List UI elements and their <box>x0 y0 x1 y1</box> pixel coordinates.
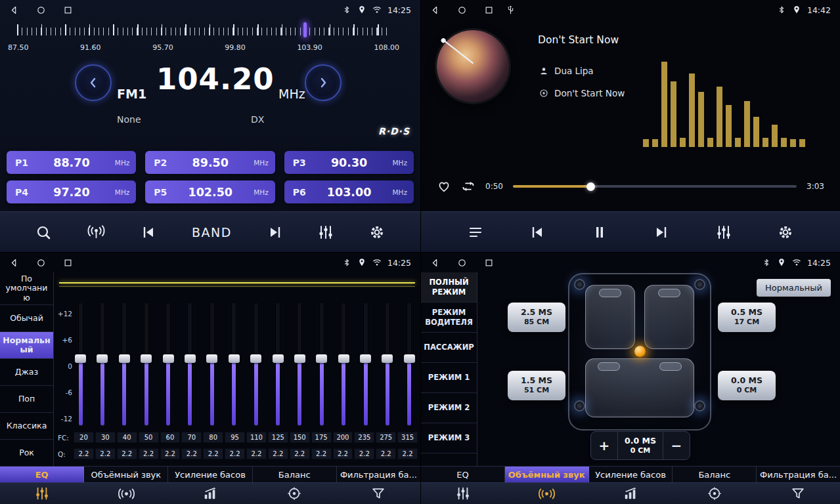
audio-tab[interactable]: Объёмный звук <box>84 467 168 482</box>
balance-tab-button[interactable] <box>673 483 757 504</box>
balance-tab-button[interactable] <box>252 483 336 504</box>
speaker-front-right-icon[interactable] <box>694 279 705 290</box>
eq-band-slider[interactable] <box>338 303 349 427</box>
audio-tab[interactable]: Усиление басов <box>168 467 252 482</box>
eq-band-slider[interactable] <box>360 303 371 427</box>
eq-band-slider[interactable] <box>119 303 130 427</box>
slider-handle[interactable] <box>273 354 284 363</box>
slider-handle[interactable] <box>316 354 327 363</box>
nav-home-button[interactable] <box>36 258 46 268</box>
slider-handle[interactable] <box>250 354 261 363</box>
radio-preset-button[interactable]: P4 97.20 MHz <box>7 180 136 203</box>
equalizer-tab-button[interactable] <box>0 483 84 504</box>
listening-mode-item[interactable]: РЕЖИМ 1 <box>421 363 477 393</box>
next-track-button[interactable] <box>653 224 669 240</box>
eq-band-slider[interactable] <box>273 303 284 427</box>
previous-track-button[interactable] <box>529 224 545 240</box>
pause-button[interactable] <box>592 224 608 240</box>
eq-band-slider[interactable] <box>404 303 415 427</box>
nav-recents-button[interactable] <box>63 5 73 15</box>
radio-preset-button[interactable]: P5 102.50 MHz <box>145 180 275 203</box>
slider-handle[interactable] <box>382 354 393 363</box>
eq-band-slider[interactable] <box>382 303 393 427</box>
eq-band-slider[interactable] <box>316 303 327 427</box>
audio-tab[interactable]: Фильтрация ба... <box>337 467 420 482</box>
listening-mode-item[interactable]: ПОЛНЫЙ РЕЖИМ <box>421 272 477 303</box>
equalizer-button[interactable] <box>716 224 732 240</box>
surround-tab-button[interactable] <box>505 483 589 504</box>
delay-front-right-button[interactable]: 0.5 MS 17 CM <box>718 303 776 332</box>
speaker-rear-right-icon[interactable] <box>694 400 705 411</box>
nav-back-button[interactable] <box>430 5 440 15</box>
bass-boost-tab-button[interactable] <box>168 483 252 504</box>
eq-band-slider[interactable] <box>250 303 261 427</box>
speaker-rear-left-icon[interactable] <box>574 400 585 411</box>
nav-home-button[interactable] <box>457 258 467 268</box>
eq-band-slider[interactable] <box>294 303 305 427</box>
slider-handle[interactable] <box>338 354 349 363</box>
progress-thumb[interactable] <box>586 182 595 191</box>
eq-preset-item[interactable]: Нормальный <box>0 332 53 359</box>
audio-tab[interactable]: Баланс <box>253 467 337 482</box>
seek-down-button[interactable] <box>75 64 112 101</box>
slider-handle[interactable] <box>206 354 217 363</box>
band-button[interactable]: BAND <box>192 225 232 240</box>
nav-home-button[interactable] <box>36 5 46 15</box>
previous-station-button[interactable] <box>141 224 156 240</box>
slider-handle[interactable] <box>75 354 86 363</box>
radio-preset-button[interactable]: P2 89.50 MHz <box>145 151 275 174</box>
broadcast-button[interactable] <box>87 224 106 240</box>
eq-preset-item[interactable]: Классика <box>0 413 53 440</box>
repeat-button[interactable] <box>461 179 475 194</box>
eq-band-slider[interactable] <box>97 303 108 427</box>
radio-preset-button[interactable]: P1 88.70 MHz <box>7 151 136 174</box>
listening-mode-item[interactable]: РЕЖИМ 3 <box>421 423 477 453</box>
listening-mode-item[interactable]: РЕЖИМ 2 <box>421 393 477 423</box>
eq-band-slider[interactable] <box>163 303 174 427</box>
eq-band-slider[interactable] <box>141 303 152 427</box>
nav-recents-button[interactable] <box>63 258 73 268</box>
slider-handle[interactable] <box>229 354 240 363</box>
audio-tab[interactable]: EQ <box>421 467 505 482</box>
nav-recents-button[interactable] <box>484 258 494 268</box>
increase-delay-button[interactable]: + <box>591 438 617 453</box>
audio-tab[interactable]: EQ <box>0 467 84 482</box>
surround-tab-button[interactable] <box>84 483 168 504</box>
listening-mode-item[interactable]: ПАССАЖИР <box>421 333 477 363</box>
radio-preset-button[interactable]: P3 90.30 MHz <box>284 151 414 174</box>
eq-preset-item[interactable]: Рок <box>0 440 53 466</box>
delay-rear-left-button[interactable]: 1.5 MS 51 CM <box>508 371 565 400</box>
slider-handle[interactable] <box>141 354 152 363</box>
eq-band-slider[interactable] <box>185 303 196 427</box>
delay-rear-right-button[interactable]: 0.0 MS 0 CM <box>718 371 776 400</box>
nav-back-button[interactable] <box>9 258 19 268</box>
slider-handle[interactable] <box>119 354 130 363</box>
listening-mode-item[interactable]: РЕЖИМ ВОДИТЕЛЯ <box>421 303 477 333</box>
slider-handle[interactable] <box>294 354 305 363</box>
audio-tab[interactable]: Усиление басов <box>589 467 673 482</box>
settings-button[interactable] <box>778 224 793 240</box>
seek-up-button[interactable] <box>305 64 342 101</box>
eq-band-slider[interactable] <box>229 303 240 427</box>
equalizer-tab-button[interactable] <box>421 483 505 504</box>
equalizer-button[interactable] <box>318 224 334 240</box>
eq-preset-item[interactable]: Поп <box>0 386 53 413</box>
slider-handle[interactable] <box>404 354 415 363</box>
listening-position-marker[interactable] <box>634 346 646 357</box>
frequency-ruler[interactable]: 87.5091.6095.7099.80103.90108.00 <box>8 22 412 60</box>
bass-boost-tab-button[interactable] <box>588 483 673 504</box>
audio-tab[interactable]: Фильтрация ба... <box>757 467 840 482</box>
eq-preset-item[interactable]: По умолчанию <box>0 272 53 305</box>
slider-handle[interactable] <box>185 354 196 363</box>
settings-button[interactable] <box>369 224 385 240</box>
eq-preset-item[interactable]: Джаз <box>0 359 53 386</box>
decrease-delay-button[interactable]: − <box>663 438 690 453</box>
eq-band-slider[interactable] <box>206 303 217 427</box>
nav-home-button[interactable] <box>457 5 467 15</box>
eq-band-slider[interactable] <box>75 303 86 427</box>
filter-tab-button[interactable] <box>336 483 420 504</box>
playlist-button[interactable] <box>468 224 483 240</box>
filter-tab-button[interactable] <box>756 483 840 504</box>
nav-recents-button[interactable] <box>484 5 494 15</box>
favorite-button[interactable] <box>437 179 451 194</box>
